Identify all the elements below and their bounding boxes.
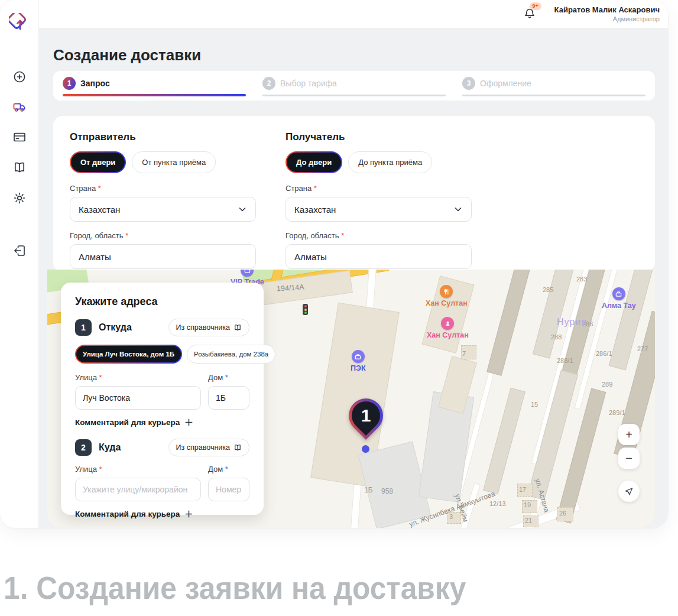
country-label: Страна * (286, 184, 472, 193)
sender-door-toggle[interactable]: От двери (70, 151, 126, 173)
required-mark: * (341, 231, 344, 240)
payments-card-icon[interactable] (12, 130, 27, 144)
sender-column: Отправитель От двери От пункта приёма Ст… (70, 131, 256, 257)
plus-icon (184, 418, 193, 427)
settings-gear-icon[interactable] (12, 191, 27, 205)
from-house-input[interactable] (208, 386, 249, 410)
to-add-comment-button[interactable]: Комментарий для курьера (75, 510, 249, 518)
to-house-input[interactable] (208, 478, 249, 501)
from-label: Откуда (99, 322, 168, 333)
book-icon (233, 323, 242, 332)
step-label: Оформление (480, 79, 531, 88)
step-checkout[interactable]: 3 Оформление (462, 77, 645, 100)
zoom-out-button[interactable]: − (618, 448, 640, 469)
app-window: 9+ Кайратов Малик Аскарович Администрато… (0, 0, 668, 528)
map-marker-anchor-dot (362, 445, 369, 453)
step-number: 2 (262, 77, 275, 90)
screenshot-caption: 1. Создание заявки на доставку (4, 569, 466, 606)
map-building-number: 17 (519, 486, 526, 493)
sender-city-input[interactable] (70, 244, 256, 269)
step-request[interactable]: 1 Запрос (63, 77, 246, 100)
map-building-number: 12/13 (489, 500, 506, 507)
recipient-pickup-point-toggle[interactable]: До пункта приёма (348, 151, 432, 173)
required-mark: * (225, 465, 228, 474)
user-menu[interactable]: Кайратов Малик Аскарович Администратор (554, 5, 660, 22)
from-directory-button[interactable]: Из справочника (168, 319, 249, 336)
step-tariff[interactable]: 2 Выбор тарифа (262, 77, 446, 100)
street-label: Улица * (75, 373, 201, 382)
map-poi-khan-sultan-food[interactable]: Хан Султан (427, 317, 469, 339)
sender-country-select[interactable]: Казахстан (70, 197, 256, 222)
house-label: Дом * (208, 373, 249, 382)
recipient-city-input[interactable] (286, 244, 472, 269)
map-building-number: 26 (559, 510, 566, 517)
map-building-number: 288 (551, 333, 562, 341)
required-mark: * (99, 373, 102, 382)
app-logo-icon[interactable] (9, 13, 31, 35)
traffic-light-icon (303, 304, 308, 315)
map-building-number: 286/1 (596, 350, 612, 357)
step-label: Запрос (80, 79, 110, 88)
deliveries-truck-icon[interactable] (12, 100, 27, 114)
notification-badge: 9+ (530, 2, 541, 10)
selected-country: Казахстан (79, 205, 120, 215)
map-marker-number: 1 (349, 398, 383, 433)
sender-pickup-point-toggle[interactable]: От пункта приёма (132, 151, 216, 173)
map-building (486, 270, 533, 376)
address-card: Укажите адреса 1 Откуда Из справочника У… (61, 283, 264, 515)
map-building-number: 15 (531, 401, 538, 408)
from-address-chip[interactable]: Розыбакиева, дом 238а (187, 345, 275, 364)
map-poi-alma-tau[interactable]: Алма Тау (602, 287, 636, 310)
from-add-comment-button[interactable]: Комментарий для курьера (75, 418, 249, 427)
required-mark: * (314, 184, 317, 193)
logout-icon[interactable] (12, 244, 27, 258)
map-building-number: 289 (602, 381, 612, 388)
sidebar (0, 0, 39, 528)
required-mark: * (98, 184, 101, 193)
city-label: Город, область * (70, 231, 256, 240)
plus-icon (184, 510, 193, 518)
briefcase-icon (244, 270, 251, 274)
map-building-number: 288/1 (557, 357, 573, 364)
create-order-icon[interactable] (12, 70, 27, 84)
map-marker-pin[interactable]: 1 (342, 391, 390, 440)
map-poi-pek[interactable]: ПЭК (351, 350, 366, 372)
locate-me-button[interactable] (618, 481, 640, 502)
house-label: Дом * (208, 465, 249, 474)
step-number: 3 (462, 77, 475, 90)
book-icon (233, 443, 242, 452)
zoom-in-button[interactable]: + (618, 424, 640, 445)
city-label: Город, область * (286, 231, 472, 240)
parties-form-card: Отправитель От двери От пункта приёма Ст… (53, 116, 655, 272)
recipient-country-select[interactable]: Казахстан (286, 197, 472, 222)
from-badge: 1 (75, 319, 92, 336)
map-poi-khan-sultan-restaurant[interactable]: Хан Султан (426, 285, 468, 307)
from-street-input[interactable] (75, 386, 201, 410)
top-header: 9+ Кайратов Малик Аскарович Администрато… (39, 0, 668, 28)
step-progress-bar (462, 95, 645, 96)
chevron-down-icon (453, 205, 463, 214)
to-badge: 2 (75, 439, 92, 456)
map-district-label: Нурия (557, 317, 587, 328)
main-content: Создание доставки 1 Запрос 2 Выбор тариф… (39, 28, 668, 528)
notifications-bell-icon[interactable]: 9+ (523, 7, 538, 22)
recipient-column: Получатель До двери До пункта приёма Стр… (286, 131, 472, 257)
step-progress-bar (63, 94, 246, 96)
directory-book-icon[interactable] (12, 160, 27, 174)
to-street-input[interactable] (75, 478, 201, 501)
restaurant-icon (443, 288, 450, 295)
navigation-arrow-icon (624, 486, 634, 497)
recipient-door-toggle[interactable]: До двери (286, 151, 342, 173)
chevron-down-icon (238, 205, 247, 214)
to-directory-button[interactable]: Из справочника (168, 439, 249, 456)
map-building-number: 1Б (364, 486, 373, 494)
address-card-title: Укажите адреса (75, 296, 249, 308)
step-label: Выбор тарифа (280, 79, 337, 88)
map-building-number: 285 (543, 286, 553, 293)
map-building-number: 958 (381, 487, 393, 495)
food-icon (445, 320, 451, 327)
country-label: Страна * (70, 184, 256, 193)
required-mark: * (225, 373, 228, 382)
briefcase-icon (615, 291, 622, 297)
from-address-chip-active[interactable]: Улица Луч Востока, дом 1Б (75, 345, 182, 364)
